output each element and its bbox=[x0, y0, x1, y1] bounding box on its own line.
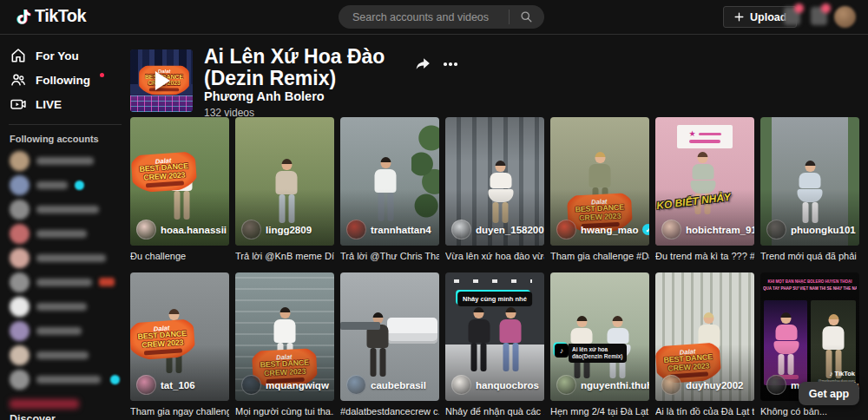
following-account-item[interactable] bbox=[0, 294, 130, 318]
tiktok-watermark: ♪ TikTok bbox=[830, 370, 855, 377]
share-icon[interactable] bbox=[414, 56, 431, 72]
home-icon bbox=[10, 47, 27, 64]
video-caption: Nhảy để nhận quà các ... bbox=[445, 405, 544, 418]
badge-line: Dalat bbox=[657, 347, 718, 358]
creator-meta[interactable]: hwang_mao ✓ bbox=[556, 220, 649, 240]
creator-username: lingg2809 bbox=[266, 225, 312, 235]
video-card[interactable]: tat_106 DalatBEST DANCECREW 2023 Tham gi… bbox=[130, 272, 229, 418]
creator-meta[interactable]: nguyenthi.thuha bbox=[556, 375, 649, 395]
following-account-item[interactable] bbox=[0, 343, 130, 367]
search-button[interactable] bbox=[510, 5, 542, 29]
video-thumbnail[interactable]: lingg2809 bbox=[235, 117, 334, 246]
video-caption: Hẹn mng 2/4 tại Đà Lạt ... bbox=[550, 405, 649, 418]
get-app-button[interactable]: Get app bbox=[799, 382, 859, 405]
search-input[interactable] bbox=[351, 10, 509, 24]
video-thumbnail[interactable]: hwang_mao ✓ DalatBEST DANCECREW 2023 bbox=[550, 117, 649, 246]
sound-cover[interactable]: DalatBEST DANCECREW 2023 bbox=[130, 49, 193, 112]
creator-avatar bbox=[661, 220, 681, 240]
person-torso bbox=[698, 325, 720, 348]
video-thumbnail[interactable]: mquangwiqw DalatBEST DANCECREW 2023 bbox=[235, 272, 334, 401]
video-card[interactable]: nguyenthi.thuha ♪Ai lên xứ hoađào(Denzin… bbox=[550, 272, 649, 418]
creator-meta[interactable]: phuongku101 bbox=[766, 220, 856, 240]
badge-line: CREW 2023 bbox=[658, 361, 719, 373]
video-thumbnail[interactable]: phuongku101 bbox=[760, 117, 859, 246]
message-icon[interactable] bbox=[784, 7, 800, 25]
person-legs bbox=[174, 191, 189, 220]
person-torso bbox=[823, 326, 845, 350]
badge-ribbon bbox=[146, 180, 184, 187]
avatar bbox=[10, 175, 30, 195]
creator-avatar bbox=[451, 375, 471, 395]
creator-meta[interactable]: hoaa.hanassii ✓ bbox=[136, 220, 229, 240]
video-card[interactable]: phuongku101 Trend mới quá đã phải ... bbox=[760, 117, 859, 263]
creator-meta[interactable]: tat_106 bbox=[136, 375, 195, 395]
sidebar-item-for-you[interactable]: For You bbox=[0, 43, 130, 68]
person-figure bbox=[698, 312, 720, 377]
notification-badge bbox=[821, 3, 831, 13]
video-card[interactable]: hanquocbros Nhảy cùng mình nhé Nhảy để n… bbox=[445, 272, 544, 418]
person-figure bbox=[274, 307, 296, 371]
following-account-item[interactable] bbox=[0, 148, 130, 173]
creator-username: phuongku101 bbox=[791, 225, 856, 235]
creator-meta[interactable]: hanquocbros bbox=[451, 375, 539, 395]
following-account-item[interactable] bbox=[0, 270, 130, 294]
person-figure bbox=[468, 307, 490, 371]
video-thumbnail[interactable]: tat_106 DalatBEST DANCECREW 2023 bbox=[130, 272, 229, 401]
sidebar-item-label: LIVE bbox=[36, 98, 62, 111]
see-more-link-blurred[interactable] bbox=[10, 399, 79, 409]
avatar bbox=[10, 224, 30, 244]
top-header: TikTok Upload bbox=[0, 0, 868, 35]
creator-username: duyhuy2002 bbox=[686, 380, 743, 390]
video-card[interactable]: lingg2809 Trả lời @KnB meme Dín... bbox=[235, 117, 334, 263]
creator-meta[interactable]: duyen_158200 bbox=[451, 220, 544, 240]
video-thumbnail[interactable]: nguyenthi.thuha ♪Ai lên xứ hoađào(Denzin… bbox=[550, 272, 649, 401]
video-card[interactable]: caubebrasil #dalatbestdancecrew c... bbox=[340, 272, 439, 418]
live-icon bbox=[10, 95, 27, 113]
following-account-item[interactable] bbox=[0, 367, 130, 391]
creator-meta[interactable]: duyhuy2002 bbox=[661, 375, 743, 395]
following-account-item[interactable] bbox=[0, 246, 130, 270]
video-card[interactable]: mquangwiqw DalatBEST DANCECREW 2023 Mọi … bbox=[235, 272, 334, 418]
following-account-item[interactable] bbox=[0, 173, 130, 197]
creator-meta[interactable]: trannhattan4 bbox=[346, 220, 431, 240]
video-thumbnail[interactable]: duyen_158200 bbox=[445, 117, 544, 246]
creator-meta[interactable]: hobichtram_91 ✓ bbox=[661, 220, 754, 240]
person-head bbox=[828, 314, 838, 325]
video-thumbnail[interactable]: hoaa.hanassii ✓ DalatBEST DANCECREW 2023 bbox=[130, 117, 229, 246]
video-caption: Trả lời @KnB meme Dín... bbox=[235, 250, 334, 263]
creator-meta[interactable]: caubebrasil bbox=[346, 375, 426, 395]
video-thumbnail[interactable]: hobichtram_91 ✓ ★KO BIẾT NHẢY bbox=[655, 117, 754, 246]
video-card[interactable]: hobichtram_91 ✓ ★KO BIẾT NHẢY Đu trend m… bbox=[655, 117, 754, 263]
person-head bbox=[372, 312, 383, 324]
video-thumbnail[interactable]: caubebrasil bbox=[340, 272, 439, 401]
profile-avatar[interactable] bbox=[834, 6, 856, 28]
following-account-item[interactable] bbox=[0, 221, 130, 246]
creator-avatar bbox=[136, 375, 156, 395]
inbox-icon[interactable] bbox=[811, 7, 827, 25]
creator-meta[interactable]: lingg2809 bbox=[241, 220, 312, 240]
person-torso bbox=[571, 328, 593, 344]
person-legs bbox=[779, 354, 794, 375]
sidebar-item-following[interactable]: Following bbox=[0, 68, 130, 92]
more-icon[interactable] bbox=[444, 62, 457, 66]
following-account-item[interactable] bbox=[0, 197, 130, 221]
video-thumbnail[interactable]: duyhuy2002 DalatBEST DANCECREW 2023 bbox=[655, 272, 754, 401]
sidebar-item-label: For You bbox=[36, 49, 79, 62]
video-thumbnail[interactable]: hanquocbros Nhảy cùng mình nhé bbox=[445, 272, 544, 401]
person-torso bbox=[690, 180, 715, 194]
video-card[interactable]: duyen_158200 Vừa lên xứ hoa đào vừa... bbox=[445, 117, 544, 263]
video-card[interactable]: trannhattan4 Trả lời @Thư Chris Tha... bbox=[340, 117, 439, 263]
sidebar-item-live[interactable]: LIVE bbox=[0, 92, 130, 116]
tiktok-logo[interactable]: TikTok bbox=[13, 6, 86, 26]
video-thumbnail[interactable]: trannhattan4 bbox=[340, 117, 439, 246]
video-card[interactable]: hwang_mao ✓ DalatBEST DANCECREW 2023 Tha… bbox=[550, 117, 649, 263]
person-head bbox=[595, 152, 605, 163]
video-caption: Vừa lên xứ hoa đào vừa... bbox=[445, 250, 544, 263]
creator-meta[interactable]: mquangwiqw bbox=[241, 375, 329, 395]
video-card[interactable]: duyhuy2002 DalatBEST DANCECREW 2023 Ai l… bbox=[655, 272, 754, 418]
person-torso bbox=[274, 319, 296, 343]
play-icon[interactable] bbox=[155, 71, 170, 90]
video-card[interactable]: hoaa.hanassii ✓ DalatBEST DANCECREW 2023… bbox=[130, 117, 229, 263]
following-account-item[interactable] bbox=[0, 318, 130, 343]
person-legs bbox=[503, 343, 518, 371]
